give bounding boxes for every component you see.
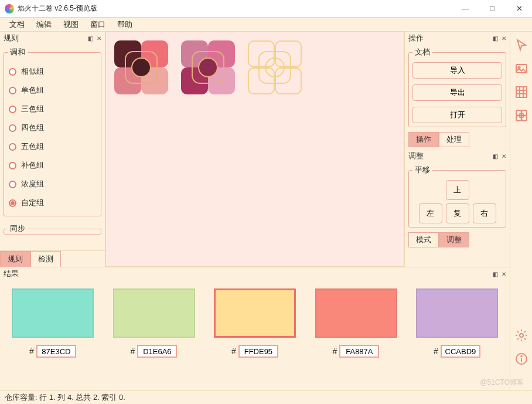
sync-group: 同步 [4,223,101,235]
undock-icon[interactable]: ◧ [493,35,498,42]
radio-icon [9,87,16,94]
rules-panel: 规则 ◧ ✕ 调和 相似组单色组三色组四色组五色组补色组浓度组自定组 同步 规则… [0,32,105,267]
menu-file[interactable]: 文档 [4,18,30,31]
rule-option[interactable]: 三色组 [8,100,97,118]
svg-rect-3 [516,87,527,97]
swatch-color[interactable] [214,288,296,338]
palette-center-ring [125,51,158,84]
app-icon [5,4,14,13]
menu-help[interactable]: 帮助 [111,18,138,31]
tab-process[interactable]: 处理 [439,132,469,147]
menu-view[interactable]: 视图 [57,18,84,31]
rules-panel-title: 规则 [4,33,19,43]
radio-icon [9,162,16,169]
result-swatch[interactable]: # [12,288,94,358]
radio-icon [9,124,16,132]
settings-icon[interactable] [514,328,529,343]
svg-point-16 [521,356,522,357]
tab-ops[interactable]: 操作 [408,132,439,147]
export-button[interactable]: 导出 [412,84,502,101]
swatch-color[interactable] [416,288,498,338]
hex-input[interactable] [137,345,177,358]
close-button[interactable]: ✕ [511,2,527,15]
radio-icon [9,143,16,151]
adjust-panel-title: 调整 [408,151,424,161]
palette-slot[interactable] [114,40,168,94]
palette-slot[interactable] [248,40,302,94]
hex-input[interactable] [36,345,76,358]
menu-edit[interactable]: 编辑 [30,18,57,31]
result-swatch[interactable]: # [214,288,296,358]
hash-icon: # [333,347,337,356]
tab-adjust[interactable]: 调整 [439,232,469,247]
grid-icon[interactable] [514,84,529,100]
pan-reset-button[interactable]: 复 [446,203,469,223]
radio-icon [9,199,16,207]
palette-center-ring [258,51,291,84]
rule-label: 相似组 [21,66,44,77]
tab-mode[interactable]: 模式 [408,232,439,247]
icon-rail [510,32,532,390]
menubar: 文档 编辑 视图 窗口 帮助 [0,18,532,32]
canvas[interactable] [105,32,404,267]
palette-center [131,57,151,77]
pan-left-button[interactable]: 左 [419,203,442,223]
close-panel-icon[interactable]: ✕ [502,153,506,159]
rule-label: 自定组 [21,198,44,208]
radio-icon [9,106,16,113]
undock-icon[interactable]: ◧ [493,153,498,159]
swatch-color[interactable] [113,288,195,338]
pan-right-button[interactable]: 右 [473,203,496,223]
image-icon[interactable] [514,61,529,76]
undock-icon[interactable]: ◧ [88,35,93,42]
swatch-color[interactable] [12,288,94,338]
palette-icon[interactable] [514,108,529,123]
rule-label: 浓度组 [21,179,44,189]
import-button[interactable]: 导入 [412,62,502,79]
hex-input[interactable] [441,345,480,358]
radio-icon [9,68,16,76]
result-swatch[interactable]: # [416,288,498,358]
sync-legend: 同步 [8,223,28,234]
rule-label: 四色组 [21,123,44,133]
rule-option[interactable]: 相似组 [8,62,97,81]
menu-window[interactable]: 窗口 [84,18,111,31]
hash-icon: # [29,347,34,356]
minimize-button[interactable]: — [457,2,473,15]
rule-option[interactable]: 四色组 [8,118,97,137]
rule-option[interactable]: 五色组 [8,137,97,156]
document-legend: 文档 [412,47,432,57]
palette-slot[interactable] [181,40,235,94]
swatch-color[interactable] [315,288,397,338]
maximize-button[interactable]: □ [484,2,500,15]
document-group: 文档 导入 导出 打开 [408,47,506,127]
open-button[interactable]: 打开 [412,107,502,123]
hex-input[interactable] [238,345,278,358]
rule-label: 单色组 [21,85,44,96]
pan-up-button[interactable]: 上 [446,180,469,200]
palette-center [265,57,285,77]
tab-detect[interactable]: 检测 [30,251,61,267]
rule-option[interactable]: 浓度组 [8,175,97,193]
close-panel-icon[interactable]: ✕ [97,35,101,42]
close-panel-icon[interactable]: ✕ [502,35,506,42]
right-panel: 操作 ◧ ✕ 文档 导入 导出 打开 操作 处理 调整 ◧ ✕ 平移 上 [404,32,510,267]
rule-option[interactable]: 自定组 [8,193,97,212]
hash-icon: # [231,347,236,356]
window-title: 焰火十二卷 v2.6.5-预览版 [18,4,457,13]
rule-option[interactable]: 单色组 [8,81,97,100]
results-panel-title: 结果 [4,269,19,279]
rule-label: 补色组 [21,160,44,171]
tab-rule[interactable]: 规则 [0,251,30,267]
info-icon[interactable] [514,351,529,366]
svg-point-13 [520,334,523,337]
pointer-icon[interactable] [514,38,529,53]
hex-input[interactable] [339,345,379,358]
undock-icon[interactable]: ◧ [493,271,498,277]
statusbar: 仓库容量: 行 1. 列 4. 总共 2. 索引 0. [0,390,532,404]
result-swatch[interactable]: # [113,288,195,358]
status-text: 仓库容量: 行 1. 列 4. 总共 2. 索引 0. [5,392,125,403]
close-panel-icon[interactable]: ✕ [502,271,506,277]
result-swatch[interactable]: # [315,288,397,358]
rule-option[interactable]: 补色组 [8,156,97,175]
